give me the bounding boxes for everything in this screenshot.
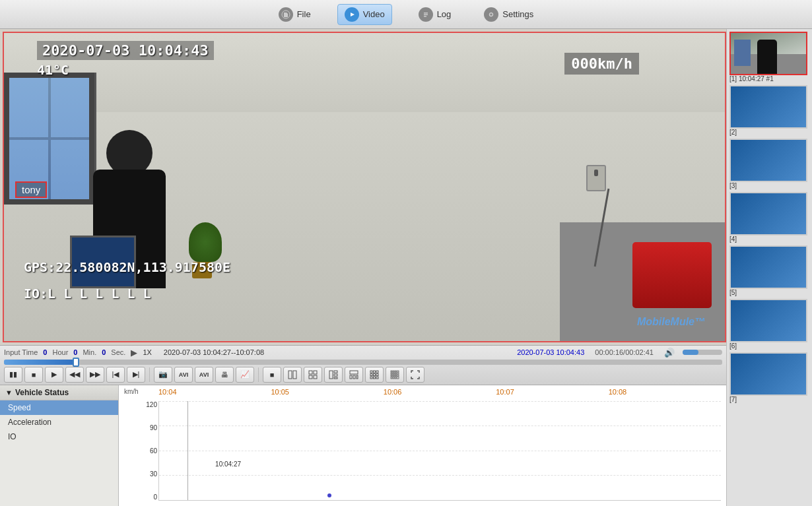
left-panel: 2020-07-03 10:04:43 41°C 000km/h tony GP… — [0, 29, 726, 506]
progress-bar[interactable] — [4, 360, 722, 365]
snapshot-button[interactable]: 📷 — [154, 367, 172, 383]
layout-4-button[interactable] — [304, 367, 322, 383]
svg-rect-13 — [309, 375, 312, 379]
menu-item-settings[interactable]: Settings — [477, 5, 540, 24]
thumb-img-3 — [729, 139, 807, 182]
svg-rect-45 — [393, 377, 394, 379]
next-frame-button[interactable]: ▶| — [127, 367, 145, 383]
svg-rect-17 — [334, 374, 337, 376]
svg-rect-5 — [424, 14, 428, 15]
playback-speed: 1X — [143, 348, 151, 356]
thumbnail-6[interactable]: [6] — [729, 299, 809, 350]
osd-io: IO:L L L L L L L — [24, 286, 151, 301]
svg-rect-29 — [370, 377, 372, 379]
thumbnail-5[interactable]: [5] — [729, 245, 809, 296]
svg-rect-39 — [397, 373, 399, 374]
rewind-button[interactable]: ◀◀ — [65, 367, 84, 383]
menu-item-video[interactable]: Video — [337, 4, 392, 25]
graph-y-unit: km/h — [124, 388, 139, 395]
thumb-label-2: [2] — [729, 129, 809, 136]
file-icon — [279, 7, 293, 22]
video-container: 2020-07-03 10:04:43 41°C 000km/h tony GP… — [3, 32, 726, 342]
graph-timeline: 10:04 10:05 10:06 10:07 10:08 — [158, 388, 721, 396]
wall-outlet — [586, 165, 606, 191]
thumbnail-1[interactable]: [1] 10:04:27 #1 — [729, 32, 809, 82]
svg-rect-15 — [329, 371, 333, 379]
layout-6a-button[interactable] — [324, 367, 343, 383]
svg-rect-18 — [334, 377, 337, 379]
prev-frame-button[interactable]: |◀ — [106, 367, 125, 383]
thumbnail-4[interactable]: [4] — [729, 192, 809, 243]
layout-16-button[interactable] — [386, 367, 404, 383]
thumbnail-7[interactable]: [7] — [729, 352, 809, 403]
log-label: Log — [437, 9, 452, 19]
thumb-label-6: [6] — [729, 342, 809, 350]
svg-rect-30 — [374, 377, 376, 379]
y-label-60: 60 — [150, 447, 157, 455]
graph-annotation: 10:04:27 — [215, 460, 241, 468]
status-item-io[interactable]: IO — [0, 429, 118, 444]
acceleration-label: Acceleration — [8, 418, 51, 427]
right-sidebar: [1] 10:04:27 #1 [2] [3] [4] [5] [6] [7] — [726, 29, 812, 506]
svg-rect-32 — [391, 371, 392, 372]
graph-y-axis: 120 90 60 30 0 — [124, 401, 157, 501]
svg-rect-41 — [393, 375, 394, 376]
duration: 00:00:16/00:02:41 — [595, 348, 654, 356]
grid-line-50 — [159, 451, 721, 451]
avi2-button[interactable]: AVI — [195, 367, 213, 383]
hour-label: Hour — [52, 348, 68, 356]
svg-rect-40 — [391, 375, 392, 376]
bottom-area: ▼ Vehicle Status Speed Acceleration IO k… — [0, 385, 726, 506]
control-top: Input Time 0 Hour 0 Min. 0 Sec. ▶ 1X 202… — [4, 348, 722, 358]
fullscreen-button[interactable] — [406, 367, 424, 383]
y-label-30: 30 — [150, 470, 157, 478]
hour-value: 0 — [73, 348, 77, 356]
layout-9-button[interactable] — [365, 367, 384, 383]
log-icon — [419, 7, 433, 22]
status-item-speed[interactable]: Speed — [0, 400, 118, 415]
svg-rect-31 — [376, 377, 378, 379]
y-label-0: 0 — [153, 493, 157, 501]
svg-rect-37 — [393, 373, 394, 374]
graph-area: km/h 10:04 10:05 10:06 10:07 10:08 120 9… — [119, 385, 726, 506]
thumb-img-5 — [729, 245, 807, 289]
thumbnail-2[interactable]: [2] — [729, 85, 809, 136]
grid-line-0 — [159, 401, 721, 402]
io-label: IO — [8, 432, 17, 441]
svg-rect-14 — [314, 375, 317, 379]
stop-button[interactable]: ■ — [24, 367, 43, 383]
layout-6b-button[interactable] — [345, 367, 363, 383]
equipment — [632, 242, 712, 308]
layout-1-button[interactable]: ■ — [263, 367, 281, 383]
timeline-tick-2: 10:05 — [271, 388, 383, 396]
layout-2-button[interactable] — [283, 367, 302, 383]
svg-rect-4 — [424, 13, 428, 14]
svg-rect-22 — [356, 375, 358, 379]
svg-rect-10 — [293, 371, 296, 379]
progress-thumb[interactable] — [73, 358, 79, 367]
menu-item-file[interactable]: File — [272, 5, 318, 24]
fast-forward-button[interactable]: ▶▶ — [86, 367, 104, 383]
status-item-acceleration[interactable]: Acceleration — [0, 415, 118, 429]
svg-rect-9 — [288, 371, 292, 379]
control-bar: Input Time 0 Hour 0 Min. 0 Sec. ▶ 1X 202… — [0, 345, 726, 385]
svg-rect-33 — [393, 371, 394, 372]
play-button[interactable]: ▶ — [45, 367, 63, 383]
speed-label: Speed — [8, 403, 31, 412]
chart-button[interactable]: 📈 — [236, 367, 254, 383]
separator-2 — [258, 367, 259, 382]
settings-label: Settings — [502, 9, 533, 19]
print-button[interactable]: 🖶 — [215, 367, 234, 383]
osd-datetime: 2020-07-03 10:04:43 — [37, 41, 214, 60]
play-pause-button[interactable]: ▮▮ — [4, 367, 22, 383]
separator-1 — [149, 367, 150, 382]
volume-slider[interactable] — [683, 350, 722, 355]
thumbnail-3[interactable]: [3] — [729, 139, 809, 189]
menu-item-log[interactable]: Log — [412, 5, 458, 24]
svg-rect-6 — [424, 16, 426, 17]
osd-speed: 000km/h — [564, 53, 639, 75]
thumb-img-6 — [729, 299, 807, 342]
avi-button[interactable]: AVI — [174, 367, 193, 383]
set-time-button[interactable]: ▶ — [131, 348, 137, 358]
input-time-value: 0 — [43, 348, 47, 356]
